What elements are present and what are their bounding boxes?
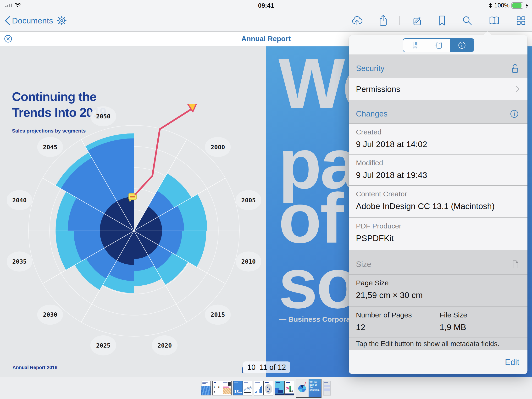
app-screen: 09:41 100% Documents — [0, 0, 532, 399]
tab-annotations[interactable] — [427, 39, 450, 52]
share-button[interactable] — [378, 15, 388, 26]
info-tab-icon — [458, 41, 466, 49]
back-button[interactable]: Documents — [4, 16, 53, 25]
chevron-right-icon — [515, 85, 520, 93]
pdf-producer-row: PDF Producer PSPDFKit — [349, 217, 527, 250]
chart-year-label: 2025 — [96, 342, 111, 349]
battery-percent: 100% — [494, 2, 510, 9]
metadata-hint: Tap the Edit button to show all metadata… — [349, 337, 527, 350]
top-chrome: 09:41 100% Documents — [0, 0, 532, 32]
thumbnail-bar: 1 2 34 5 6 18%▲ — [0, 377, 532, 399]
chart-year-label: 2015 — [210, 311, 225, 318]
edit-pencil-icon — [411, 15, 422, 26]
edit-button[interactable]: Edit — [505, 357, 519, 367]
thumbnail-pages-10-11-selected[interactable]: We are part of the solution. — [296, 379, 322, 398]
modified-label: Modified — [356, 159, 520, 167]
info-icon[interactable] — [510, 109, 519, 118]
chart-year-label: 2010 — [241, 258, 256, 265]
chart-year-label: 2000 — [210, 144, 225, 151]
status-time: 09:41 — [0, 2, 532, 9]
chart-year-label: 2050 — [96, 113, 111, 120]
page-indicator: 10–11 of 12 — [243, 361, 290, 373]
bookmark-icon — [438, 15, 446, 26]
charging-bolt-icon — [525, 3, 529, 8]
chart-year-label: 2035 — [12, 258, 26, 265]
chart-year-label: 2005 — [241, 197, 256, 204]
page-footer: Annual Report 2018 — [13, 365, 57, 370]
pdf-page-left[interactable]: Continuing the Trends Into 2019 Sales pr… — [0, 46, 266, 377]
bookmark-button[interactable] — [438, 15, 446, 26]
settings-button[interactable] — [57, 15, 67, 26]
chart-year-label: 2040 — [12, 197, 26, 204]
view-segmented-control — [403, 38, 474, 52]
section-changes: Changes — [349, 100, 527, 123]
document-icon — [512, 260, 519, 268]
size-header-label: Size — [356, 260, 512, 269]
chart-year-label: 2030 — [43, 311, 57, 318]
scrubber-tick — [242, 367, 243, 373]
search-button[interactable] — [462, 15, 473, 26]
changes-header-label: Changes — [356, 109, 510, 118]
modified-row: Modified 9 Jul 2018 at 19:43 — [349, 154, 527, 185]
thumbnails-button[interactable] — [516, 15, 526, 26]
thumbnail-pages-8-9[interactable]: 80 — [275, 381, 294, 395]
annotations-tab-icon — [435, 41, 442, 49]
search-icon — [462, 15, 473, 26]
big-word: of — [279, 183, 342, 253]
popover-caret — [483, 31, 492, 35]
content-creator-row: Content Creator Adobe InDesign CC 13.1 (… — [349, 185, 527, 218]
created-row: Created 9 Jul 2018 at 14:02 — [349, 123, 527, 155]
file-size-value: 1,9 MB — [440, 323, 467, 332]
page-size-row: Page Size 21,59 cm × 30 cm — [349, 274, 527, 307]
bluetooth-icon — [488, 2, 492, 9]
unlock-icon — [511, 63, 519, 73]
pdf-producer-value: PSPDFKit — [356, 234, 520, 243]
toolbar-divider — [399, 16, 400, 25]
thumbnail-pages-2-3[interactable]: 1 2 34 5 6 — [212, 381, 232, 395]
battery-icon — [511, 2, 523, 9]
content-creator-value: Adobe InDesign CC 13.1 (Macintosh) — [356, 201, 520, 211]
pdf-producer-label: PDF Producer — [356, 222, 520, 230]
share-icon — [378, 15, 388, 26]
thumbnail-page-1[interactable] — [201, 381, 211, 395]
popover-footer: Edit — [349, 350, 527, 374]
cloud-upload-button[interactable] — [351, 15, 363, 26]
outline-button[interactable] — [488, 15, 500, 26]
sales-rose-chart[interactable]: 2000200520102015202020252030203520402045… — [7, 104, 261, 358]
created-label: Created — [356, 128, 520, 136]
page-size-label: Page Size — [356, 279, 520, 287]
thumbnail-pages-6-7[interactable] — [254, 381, 273, 395]
content-creator-label: Content Creator — [356, 190, 520, 198]
mini-bar-chart — [254, 381, 263, 394]
book-icon — [488, 15, 500, 26]
pages-filesize-row: Number of Pages 12 File Size 1,9 MB — [349, 306, 527, 337]
tab-info-selected[interactable] — [450, 39, 474, 52]
document-info-popover: Security Permissions Changes Created 9 J… — [349, 35, 527, 374]
permissions-label: Permissions — [356, 84, 515, 94]
page-size-value: 21,59 cm × 30 cm — [356, 290, 520, 300]
back-chevron-icon — [4, 16, 11, 25]
grid-icon — [516, 15, 526, 26]
thumbnail-page-12[interactable] — [323, 381, 331, 395]
chart-year-label: 2045 — [43, 144, 57, 151]
file-size-label: File Size — [440, 311, 467, 319]
number-of-pages-value: 12 — [356, 323, 520, 332]
nav-bar: Documents — [0, 10, 532, 31]
annotate-button[interactable] — [411, 15, 422, 26]
security-header-label: Security — [356, 64, 511, 73]
chart-year-label: 2020 — [157, 342, 172, 349]
thumbnail-pages-4-5[interactable]: 18%▲ — [233, 381, 252, 395]
created-value: 9 Jul 2018 at 14:02 — [356, 139, 520, 149]
number-of-pages-label: Number of Pages — [356, 311, 520, 319]
modified-value: 9 Jul 2018 at 19:43 — [356, 170, 520, 180]
section-size: Size — [349, 250, 527, 274]
section-security: Security — [349, 55, 527, 78]
cloud-upload-icon — [351, 15, 363, 26]
permissions-row[interactable]: Permissions — [349, 78, 527, 100]
tab-bookmarks[interactable] — [403, 39, 427, 52]
back-button-label: Documents — [12, 16, 53, 25]
gear-icon — [57, 15, 67, 26]
mini-line-chart — [243, 381, 252, 395]
bookmarks-tab-icon — [412, 41, 418, 49]
status-right: 100% — [488, 2, 529, 9]
